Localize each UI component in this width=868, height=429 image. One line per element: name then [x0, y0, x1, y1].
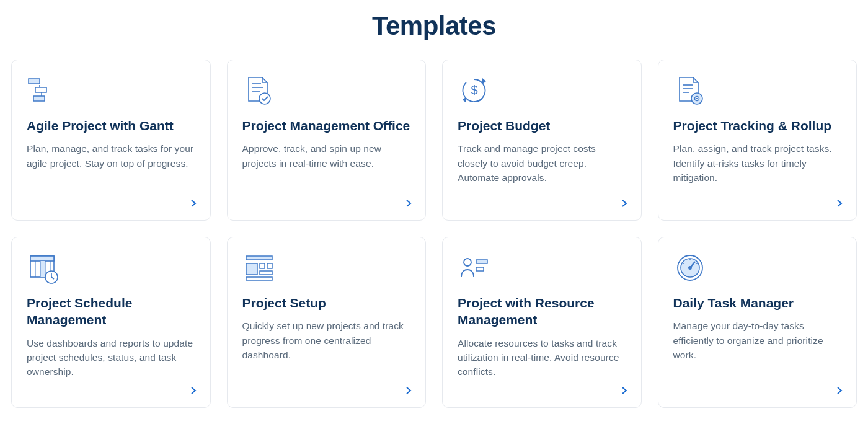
template-card-resource[interactable]: Project with Resource Management Allocat… [442, 237, 642, 408]
template-card-daily-task[interactable]: Daily Task Manager Manage your day-to-da… [658, 237, 857, 408]
chevron-right-icon [835, 199, 844, 208]
template-desc: Approve, track, and spin up new projects… [242, 141, 411, 170]
template-desc: Quickly set up new projects and track pr… [242, 319, 411, 362]
svg-rect-29 [476, 260, 487, 263]
template-desc: Use dashboards and reports to update pro… [27, 336, 195, 379]
template-grid: Agile Project with Gantt Plan, manage, a… [0, 60, 868, 419]
schedule-icon [27, 251, 60, 285]
template-desc: Plan, assign, and track project tasks. I… [673, 141, 842, 185]
svg-point-35 [689, 259, 691, 260]
chevron-right-icon [404, 199, 413, 208]
template-desc: Manage your day-to-day tasks efficiently… [673, 319, 842, 362]
svg-point-37 [696, 263, 698, 264]
template-title: Project Setup [242, 294, 411, 311]
template-card-pmo[interactable]: Project Management Office Approve, track… [227, 60, 427, 221]
svg-rect-15 [30, 256, 54, 261]
template-title: Agile Project with Gantt [27, 117, 195, 134]
template-title: Project Schedule Management [27, 294, 195, 329]
setup-icon [242, 251, 276, 285]
svg-point-36 [683, 263, 684, 264]
template-card-agile-gantt[interactable]: Agile Project with Gantt Plan, manage, a… [11, 60, 211, 221]
svg-point-28 [464, 259, 471, 266]
svg-rect-25 [267, 263, 272, 268]
tracking-icon [673, 74, 707, 107]
chevron-right-icon [404, 386, 413, 395]
svg-rect-2 [33, 96, 45, 101]
chevron-right-icon [835, 386, 844, 395]
resource-icon [458, 251, 491, 285]
template-title: Project Budget [458, 117, 626, 134]
svg-rect-23 [246, 263, 257, 275]
svg-rect-1 [35, 87, 46, 92]
gantt-icon [27, 74, 60, 107]
template-title: Project Management Office [242, 117, 411, 134]
svg-rect-22 [246, 256, 272, 260]
template-desc: Allocate resources to tasks and track ut… [458, 336, 626, 379]
page-title: Templates [0, 0, 868, 60]
svg-rect-27 [246, 277, 272, 280]
svg-rect-16 [40, 261, 45, 277]
template-desc: Track and manage project costs closely t… [458, 141, 626, 185]
template-title: Project with Resource Management [458, 294, 626, 329]
svg-point-6 [259, 93, 270, 104]
svg-rect-0 [29, 79, 40, 84]
template-card-tracking[interactable]: Project Tracking & Rollup Plan, assign, … [658, 60, 857, 221]
svg-point-13 [696, 98, 697, 99]
svg-rect-30 [476, 267, 484, 271]
template-desc: Plan, manage, and track tasks for your a… [27, 141, 195, 170]
gauge-icon [673, 251, 707, 285]
template-title: Project Tracking & Rollup [673, 117, 842, 134]
template-card-setup[interactable]: Project Setup Quickly set up new project… [227, 237, 427, 408]
svg-text:$: $ [471, 83, 477, 97]
template-card-schedule[interactable]: Project Schedule Management Use dashboar… [11, 237, 211, 408]
approval-icon [242, 74, 276, 107]
svg-rect-24 [260, 263, 265, 268]
chevron-right-icon [620, 199, 629, 208]
chevron-right-icon [189, 386, 198, 395]
budget-icon: $ [458, 74, 491, 107]
template-title: Daily Task Manager [673, 294, 842, 311]
template-card-budget[interactable]: $ Project Budget Track and manage projec… [442, 60, 642, 221]
chevron-right-icon [189, 199, 198, 208]
chevron-right-icon [620, 386, 629, 395]
svg-rect-26 [260, 271, 272, 275]
